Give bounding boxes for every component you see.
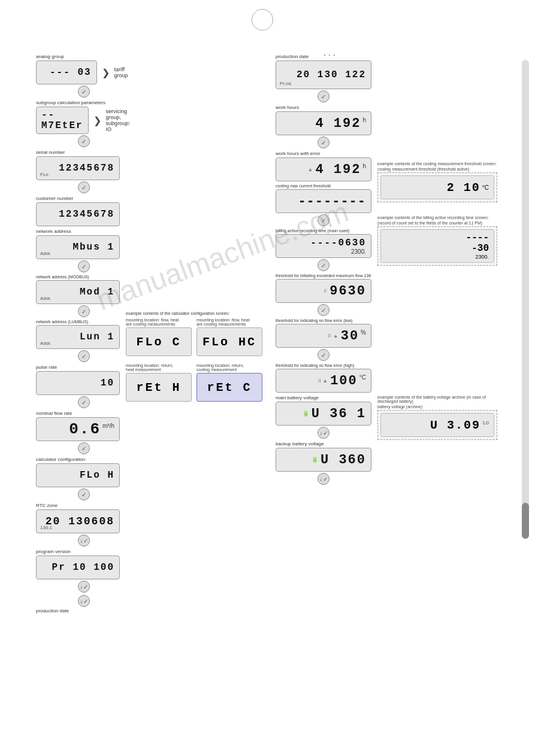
modbus-block: network address (MODBUS) Mod 1 Addr. ✓ xyxy=(36,275,132,317)
production-date-arrow[interactable]: ↓✓ xyxy=(78,595,90,607)
network-mbus-display: Mbus 1 Addr. xyxy=(36,235,120,259)
lumbus-check[interactable]: ✓ xyxy=(78,350,90,362)
billing-example-display: ---- -30 2300. xyxy=(380,229,494,263)
tariff-group-label: tariff group xyxy=(114,66,132,78)
cooling-threshold-value: -------- xyxy=(298,194,366,209)
analog-group-display: --- 03 xyxy=(36,60,97,84)
work-hours-value: 4 192 xyxy=(315,116,361,131)
calc-config-block: calculator configuration FLo H ✓ xyxy=(36,457,132,500)
main-battery-check[interactable]: ↓✓ xyxy=(318,427,330,439)
prod-date-value: 20 130 122 xyxy=(297,69,366,80)
work-hours-block: work hours 4 192 h ✓ xyxy=(276,105,371,148)
work-hours-unit: h xyxy=(362,117,366,123)
lumbus-block: network address (LUMBUS) Lun 1 Addr. ✓ xyxy=(36,320,132,362)
modbus-label: network address (MODBUS) xyxy=(36,275,132,279)
main-battery-label: main battery voltage xyxy=(276,395,371,400)
lumbus-value: Lun 1 xyxy=(80,332,114,342)
cooling-threshold-display: -------- xyxy=(276,189,371,213)
modbus-value: Mod 1 xyxy=(80,287,114,297)
pulse-rate-check[interactable]: ✓ xyxy=(78,396,90,408)
calc-config-display: FLo H xyxy=(36,463,120,487)
threshold-billing-label: threshold for initiating exceeded maximu… xyxy=(276,274,371,278)
backup-battery-check[interactable]: ↓✓ xyxy=(318,473,330,485)
customer-number-value: 12345678 xyxy=(59,209,114,220)
billing-example-value2: -30 xyxy=(471,243,489,254)
calc-box-flo-c-value: FLo C xyxy=(136,335,181,349)
prod-date-display: 20 130 122 Pr.od. xyxy=(276,60,371,89)
threshold-billing-display: F 9630 xyxy=(276,279,371,303)
nominal-flow-display: 0.6 m³/h xyxy=(36,417,120,441)
cooling-threshold-label: cooling max current threshold xyxy=(276,184,371,188)
threshold-billing-value: 9630 xyxy=(330,284,366,299)
rtc-zone-block: RTC zone 20 130608 130.1 ↓✓ xyxy=(36,503,132,546)
no-flow-high-display: II ▲ 100 °C xyxy=(276,369,371,393)
billing-example-value1: ---- xyxy=(466,232,489,243)
billing-example-title: example contents of the billing active r… xyxy=(377,215,497,220)
calc-box-flo-hc-display: FLo HC xyxy=(197,327,262,356)
no-flow-high-block: threshold for indicating no flow error (… xyxy=(276,363,371,393)
work-hours-check[interactable]: ✓ xyxy=(318,136,330,148)
subgroup-display: --M7EtEr xyxy=(36,107,89,134)
arrow-right-icon: ❯ xyxy=(102,67,110,78)
subgroup-label: subgroup calculation parameters xyxy=(36,100,132,105)
no-flow-high-flag: II ▲ xyxy=(318,378,328,384)
no-flow-low-check[interactable]: ✓ xyxy=(318,349,330,361)
work-hours-display: 4 192 h xyxy=(276,111,371,135)
cooling-example-display: 2 10 °C xyxy=(380,175,494,199)
prod-date-display-block: production date 20 130 122 Pr.od. ✓ xyxy=(276,54,371,102)
battery-example-value: U 3.09 xyxy=(430,418,480,432)
pulse-rate-label: pulse rate xyxy=(36,365,132,370)
pulse-rate-value: 10 xyxy=(101,378,114,388)
rtc-zone-check[interactable]: ↓✓ xyxy=(78,535,90,546)
calc-box-flo-c-display: FLo C xyxy=(126,327,192,356)
threshold-billing-check[interactable]: ✓ xyxy=(318,304,330,316)
prod-date-check[interactable]: ✓ xyxy=(318,90,330,102)
subgroup-check[interactable]: ✓ xyxy=(78,135,90,147)
billing-recording-check[interactable]: ✓ xyxy=(318,259,330,271)
serial-number-check[interactable]: ✓ xyxy=(78,181,90,193)
serial-number-block: serial number 12345678 FLo ✓ xyxy=(36,150,132,193)
program-version-block: program version Pr 10 100 ↓✓ xyxy=(36,549,132,593)
calc-box-flo-hc-label: mounting location: flow, heatare cooling… xyxy=(197,318,262,326)
servicing-group-label: servicing group, subgroup: IO xyxy=(106,108,132,132)
program-version-check[interactable]: ↓✓ xyxy=(78,581,90,593)
main-battery-display: 🔋 U 36 1 xyxy=(276,402,371,426)
serial-number-label: serial number xyxy=(36,150,132,155)
calc-config-section: example contents of the calculator confi… xyxy=(126,311,270,404)
billing-example-value3: 2300. xyxy=(475,254,489,260)
calc-config-check[interactable]: ✓ xyxy=(78,488,90,500)
billing-recording-label: billing active recording time (main used… xyxy=(276,229,371,233)
no-flow-low-block: threshold for indicating no flow error (… xyxy=(276,318,371,361)
calc-box-ret-c-label: mounting location: return,cooling measur… xyxy=(197,363,262,372)
subgroup-block: subgroup calculation parameters --M7EtEr… xyxy=(36,100,132,147)
nominal-flow-label: nominal flow rate xyxy=(36,411,132,416)
battery-example-sub: Lo xyxy=(483,420,489,426)
arrow-right-icon2: ❯ xyxy=(93,115,101,126)
threshold-billing-flag: F xyxy=(324,288,328,294)
battery-example-display: U 3.09 Lo xyxy=(380,413,494,437)
serial-number-display: 12345678 FLo xyxy=(36,156,120,180)
serial-number-value: 12345678 xyxy=(59,163,114,174)
modbus-display: Mod 1 Addr. xyxy=(36,280,120,304)
billing-recording-value1: ----0630 xyxy=(310,238,366,248)
battery-example-subtitle: battery voltage (archive) xyxy=(377,405,497,409)
page: ... manualmachine.com analog group --- 0… xyxy=(0,0,535,756)
calc-config-boxes: mounting location: flow, heatare cooling… xyxy=(126,318,270,404)
scrollbar[interactable] xyxy=(522,60,529,539)
backup-battery-value: U 360 xyxy=(321,453,366,467)
error-triangle: ▲ xyxy=(308,166,313,172)
no-flow-high-unit: °C xyxy=(359,374,366,381)
analog-group-check[interactable]: ✓ xyxy=(78,86,90,98)
nominal-flow-check[interactable]: ✓ xyxy=(78,442,90,454)
scrollbar-thumb[interactable] xyxy=(522,503,529,539)
no-flow-low-label: threshold for indicating no flow error (… xyxy=(276,318,371,323)
cooling-example-value: 2 10 xyxy=(447,181,480,195)
modbus-check[interactable]: ✓ xyxy=(78,305,90,317)
calc-box-ret-c-value: rEt C xyxy=(207,381,252,394)
left-column: analog group --- 03 ❯ tariff group ✓ sub… xyxy=(36,54,132,616)
nominal-flow-value: 0.6 xyxy=(69,420,101,438)
calc-box-ret-c-display: rEt C xyxy=(197,373,262,402)
cooling-threshold-check[interactable]: ✓ xyxy=(318,214,330,226)
network-mbus-check[interactable]: ✓ xyxy=(78,260,90,272)
main-battery-value: U 36 1 xyxy=(312,406,366,421)
